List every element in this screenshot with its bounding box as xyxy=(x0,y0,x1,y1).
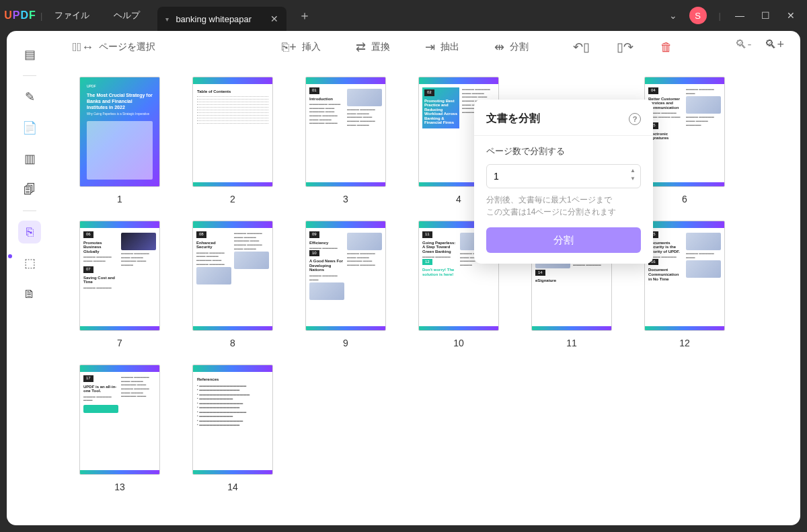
page-number: 4 xyxy=(456,194,461,204)
extract-icon: ⇥ xyxy=(425,40,435,54)
page-thumb-1[interactable]: UPDF The Most Crucial Strategy for Banks… xyxy=(79,77,160,187)
rotate-right-icon[interactable]: ▯↷ xyxy=(617,40,633,54)
tab-dropdown-icon[interactable]: ▾ xyxy=(165,15,169,23)
page-number: 10 xyxy=(453,338,464,348)
sidebar-organize-icon[interactable]: ⎘ xyxy=(18,221,41,243)
split-pages-input[interactable] xyxy=(486,164,641,188)
popover-title: 文書を分割 xyxy=(486,112,540,126)
stepper-up-icon[interactable]: ▲ xyxy=(629,167,637,175)
split-popover: 文書を分割 ? ページ数で分割する ▲ ▼ 分割後、文書毎に最大1ページまで こ… xyxy=(474,100,653,264)
sidebar-active-dot xyxy=(8,254,12,258)
page-number: 7 xyxy=(117,338,122,348)
select-pages-icon: �⃞↔ xyxy=(73,40,93,54)
replace-button[interactable]: ⇄ 置換 xyxy=(352,37,394,57)
window-minimize-icon[interactable]: ― xyxy=(733,10,746,21)
new-tab-button[interactable]: ＋ xyxy=(299,7,311,24)
split-icon: ⇹ xyxy=(494,40,504,54)
delete-icon[interactable]: 🗑 xyxy=(660,40,672,54)
page-number: 11 xyxy=(566,338,577,348)
extract-button[interactable]: ⇥ 抽出 xyxy=(421,37,463,57)
sidebar-ocr-icon[interactable]: 🗐 xyxy=(18,178,41,201)
select-pages-button[interactable]: �⃞↔ ページを選択 xyxy=(69,38,159,57)
split-button[interactable]: ⇹ 分割 xyxy=(490,37,533,57)
window-maximize-icon[interactable]: ☐ xyxy=(759,10,772,21)
split-confirm-button[interactable]: 分割 xyxy=(486,227,641,253)
sidebar-edit-icon[interactable]: 📄 xyxy=(18,116,41,139)
sidebar: ▤ ✎ 📄 ▥ 🗐 ⎘ ⬚ 🗎 xyxy=(7,31,52,525)
page-thumb-2[interactable]: Table of Contents xyxy=(192,77,273,187)
insert-icon: ⎘+ xyxy=(282,40,297,54)
sidebar-form-icon[interactable]: ▥ xyxy=(18,147,41,170)
help-icon[interactable]: ? xyxy=(629,113,641,125)
split-hint-2: この文書は14ページに分割されます xyxy=(486,206,641,218)
zoom-out-icon[interactable]: 🔍︎- xyxy=(735,38,751,52)
tabs-overflow-icon[interactable]: ⌄ xyxy=(669,10,677,21)
select-pages-label: ページを選択 xyxy=(99,41,155,53)
replace-icon: ⇄ xyxy=(356,40,366,54)
sidebar-crop-icon[interactable]: ⬚ xyxy=(18,252,41,274)
app-logo: UPDF xyxy=(0,9,40,22)
menu-file[interactable]: ファイル xyxy=(42,9,102,22)
page-number: 14 xyxy=(227,482,238,492)
page-thumb-6[interactable]: 04Better Customer Services and Communica… xyxy=(644,77,725,187)
page-number: 8 xyxy=(230,338,235,348)
page-grid: UPDF The Most Crucial Strategy for Banks… xyxy=(52,63,800,525)
window-close-icon[interactable]: ✕ xyxy=(784,10,798,21)
page-thumb-13[interactable]: 17UPDF is an all-in-one Tool.▬▬▬▬ ▬▬▬▬▬ … xyxy=(79,365,160,475)
page-thumb-9[interactable]: 09Efficiency▬▬▬▬ ▬▬▬▬▬10A Good News For … xyxy=(305,221,386,331)
page-thumb-12[interactable]: 15Documents Security is the priority of … xyxy=(644,221,725,331)
avatar[interactable]: S xyxy=(689,7,707,24)
page-thumb-7[interactable]: 06Promotes Business Globally▬▬▬▬ ▬▬▬▬▬ ▬… xyxy=(79,221,160,331)
sidebar-thumbnails-icon[interactable]: ▤ xyxy=(18,43,41,66)
rotate-left-icon[interactable]: ↶▯ xyxy=(573,40,590,54)
split-by-pages-label: ページ数で分割する xyxy=(486,145,641,157)
page-number: 13 xyxy=(114,482,125,492)
split-hint-1: 分割後、文書毎に最大1ページまで xyxy=(486,194,641,206)
organize-toolbar: �⃞↔ ページを選択 ⎘+ 挿入 ⇄ 置換 ⇥ 抽出 ⇹ 分割 xyxy=(52,31,800,63)
page-number: 2 xyxy=(230,194,235,204)
sidebar-compress-icon[interactable]: 🗎 xyxy=(18,282,41,305)
menu-help[interactable]: ヘルプ xyxy=(102,9,152,22)
document-tab[interactable]: ▾ banking whitepapar ✕ xyxy=(157,7,286,31)
tab-title: banking whitepapar xyxy=(176,14,252,24)
sidebar-highlight-icon[interactable]: ✎ xyxy=(18,85,41,108)
page-number: 9 xyxy=(343,338,348,348)
insert-button[interactable]: ⎘+ 挿入 xyxy=(278,38,325,57)
zoom-in-icon[interactable]: 🔍︎+ xyxy=(765,38,784,52)
titlebar: UPDF | ファイル ヘルプ ▾ banking whitepapar ✕ ＋… xyxy=(0,0,807,31)
tab-close-icon[interactable]: ✕ xyxy=(270,13,278,24)
page-number: 1 xyxy=(117,194,122,204)
stepper-down-icon[interactable]: ▼ xyxy=(629,175,637,183)
page-thumb-3[interactable]: 01Introduction▬▬▬▬▬▬ ▬▬▬▬ ▬▬▬▬▬ ▬▬▬ ▬▬▬▬… xyxy=(305,77,386,187)
page-thumb-14[interactable]: References ▪ ▬▬▬▬▬▬▬▬▬▬▬▬▬▬▪ ▬▬▬▬▬▬▬▬▬▬▬… xyxy=(192,365,273,475)
page-number: 6 xyxy=(682,194,687,204)
page-thumb-8[interactable]: 08Enhanced Security▬▬▬▬ ▬▬▬▬▬ ▬▬▬ ▬▬▬▬ ▬… xyxy=(192,221,273,331)
page-number: 3 xyxy=(343,194,348,204)
page-number: 12 xyxy=(679,338,690,348)
